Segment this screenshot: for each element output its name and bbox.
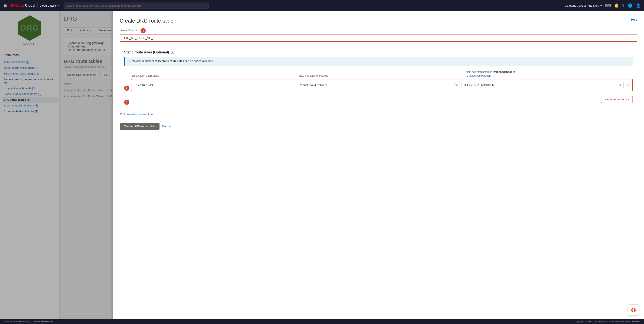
console-icon[interactable]: ⌨ bbox=[605, 3, 611, 8]
help-float-icon: 🛟 bbox=[631, 308, 636, 313]
show-advanced-link[interactable]: ⚙ Show Advanced options bbox=[120, 113, 637, 116]
oracle-text: ORACLE bbox=[9, 3, 24, 7]
oracle-logo: ORACLE Cloud bbox=[9, 3, 35, 7]
change-compartment-link[interactable]: (Change compartment) bbox=[466, 74, 631, 77]
show-advanced-label: Show Advanced options bbox=[124, 113, 153, 116]
modal-panel: Create DRG route table Help Name Optiona… bbox=[113, 11, 644, 324]
route-rule-fields: Virtual Cloud Network IPSec Tunnel Virtu… bbox=[131, 79, 633, 91]
create-drg-route-table-submit[interactable]: Create DRG route table bbox=[120, 123, 160, 130]
step-1-badge: 1 bbox=[140, 28, 146, 33]
region-selector[interactable]: Germany Central (Frankfurt) ▾ bbox=[565, 4, 602, 7]
dest-cidr-header: Destination CIDR block bbox=[132, 74, 297, 77]
modal-title: Create DRG route table bbox=[120, 18, 637, 24]
route-rule-headers: Destination CIDR block Next hop attachme… bbox=[124, 70, 633, 78]
topbar-right: Germany Central (Frankfurt) ▾ ⌨ 🔔 ? 🌐 👤 bbox=[565, 3, 640, 8]
next-hop-type-select[interactable]: Virtual Cloud Network IPSec Tunnel Virtu… bbox=[298, 82, 460, 88]
route-rules-title: Static route rules (Optional) i bbox=[124, 50, 633, 54]
cloud-classic-button[interactable]: Cloud Classic > bbox=[37, 3, 61, 8]
terms-link[interactable]: Terms of Use and Privacy bbox=[4, 320, 30, 323]
another-route-rule-button[interactable]: + Another route rule bbox=[601, 96, 633, 103]
cidr-input[interactable] bbox=[134, 82, 296, 88]
cloud-text: Cloud bbox=[25, 3, 35, 7]
menu-icon[interactable]: ☰ bbox=[4, 3, 7, 8]
bell-icon[interactable]: 🔔 bbox=[614, 3, 619, 8]
sliders-icon: ⚙ bbox=[120, 113, 122, 116]
topbar: ☰ ORACLE Cloud Cloud Classic > Germany C… bbox=[0, 0, 644, 11]
copyright-text: Copyright © 2024, Oracle and/or its affi… bbox=[574, 320, 640, 323]
step-2-badge: 2 bbox=[124, 86, 129, 91]
name-field-group: Name Optional 1 bbox=[120, 28, 637, 42]
next-hop-attachment-select[interactable]: HUB-VCN-ATTACHMENT OTHER-ATTACHMENT bbox=[462, 82, 624, 88]
cidr-field-group bbox=[134, 82, 296, 88]
bottom-bar: Terms of Use and Privacy Cookie Preferen… bbox=[0, 319, 644, 324]
name-input[interactable] bbox=[120, 34, 637, 42]
next-hop-type-field-group: Virtual Cloud Network IPSec Tunnel Virtu… bbox=[298, 82, 460, 88]
next-hop-attachment-header: Next hop attachment in iwanhoogendoorn (… bbox=[466, 70, 631, 78]
next-hop-attachment-field-group: HUB-VCN-ATTACHMENT OTHER-ATTACHMENT bbox=[462, 82, 624, 88]
info-banner-icon: ℹ bbox=[128, 60, 130, 64]
step-3-badge: 3 bbox=[124, 100, 129, 105]
route-rule-row: 2 Virtual Cloud Network IPSec Tunnel Vir… bbox=[124, 79, 633, 91]
next-hop-attachment-label: Next hop attachment in iwanhoogendoorn bbox=[466, 70, 631, 73]
info-banner-text: Maximum number of 15 static route rules … bbox=[132, 59, 214, 63]
info-banner: ℹ Maximum number of 15 static route rule… bbox=[124, 57, 633, 66]
search-input[interactable] bbox=[64, 2, 209, 9]
info-circle-icon: i bbox=[171, 51, 174, 54]
modal-help-link[interactable]: Help bbox=[631, 18, 637, 21]
help-float-button[interactable]: 🛟 bbox=[628, 305, 639, 316]
action-row: Create DRG route table Cancel bbox=[120, 123, 637, 130]
region-chevron: ▾ bbox=[600, 4, 602, 7]
help-icon[interactable]: ? bbox=[622, 3, 624, 8]
next-hop-type-header: Next hop attachment type bbox=[299, 74, 464, 77]
bottom-links: Terms of Use and Privacy Cookie Preferen… bbox=[4, 320, 53, 323]
name-label: Name Optional 1 bbox=[120, 28, 637, 33]
cookie-link[interactable]: Cookie Preferences bbox=[32, 320, 53, 323]
delete-rule-button[interactable]: ✕ bbox=[625, 82, 630, 88]
modal-overlay: Create DRG route table Help Name Optiona… bbox=[0, 11, 644, 324]
profile-icon[interactable]: 👤 bbox=[636, 3, 640, 8]
cancel-button[interactable]: Cancel bbox=[162, 123, 172, 130]
add-rule-row: 3 + Another route rule bbox=[124, 94, 633, 105]
route-rules-section: Static route rules (Optional) i ℹ Maximu… bbox=[120, 46, 637, 109]
region-label: Germany Central (Frankfurt) bbox=[565, 4, 600, 7]
globe-icon[interactable]: 🌐 bbox=[628, 3, 632, 8]
